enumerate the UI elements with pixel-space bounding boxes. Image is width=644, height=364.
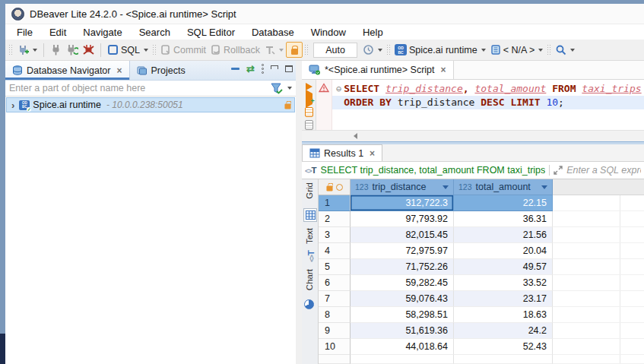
execute-script-icon[interactable]: [305, 107, 313, 117]
view-chart-label[interactable]: Chart: [305, 269, 314, 290]
title-bar[interactable]: DBeaver Lite 24.2.0 - <Spice.ai runtime>…: [5, 4, 644, 24]
expand-icon[interactable]: [554, 166, 563, 175]
row-number-cell[interactable]: 6: [319, 275, 351, 291]
transaction-log-button[interactable]: [262, 43, 286, 57]
column-header-total-amount[interactable]: 123 total_amount: [454, 179, 553, 195]
grid-data-row[interactable]: 8 58,298.51 18.63: [319, 307, 644, 323]
tab-results-1[interactable]: Results 1 ×: [302, 144, 382, 161]
trip-distance-cell[interactable]: 72,975.97: [351, 243, 454, 259]
grid-data-row[interactable]: 7 59,076.43 23.17: [319, 291, 644, 307]
menu-item[interactable]: SQL Editor: [179, 25, 243, 40]
row-number-cell[interactable]: 2: [319, 211, 351, 227]
chevron-down-icon[interactable]: [378, 49, 382, 52]
vertical-sash[interactable]: [296, 61, 302, 364]
total-amount-cell[interactable]: 24.2: [454, 323, 553, 339]
fold-icon[interactable]: ⊖: [336, 84, 341, 94]
expander-chevron-icon[interactable]: ›: [11, 100, 14, 110]
trip-distance-cell[interactable]: 51,619.36: [351, 323, 454, 339]
trip-distance-cell[interactable]: 59,282.45: [351, 275, 454, 291]
scroll-left-arrow-icon[interactable]: [354, 133, 357, 139]
tab-database-navigator[interactable]: Database Navigator ×: [5, 61, 130, 80]
chevron-down-icon[interactable]: [279, 49, 284, 52]
text-view-icon[interactable]: <>T: [306, 250, 316, 262]
close-icon[interactable]: ×: [441, 65, 446, 75]
trip-distance-cell[interactable]: 71,752.26: [351, 259, 454, 275]
total-amount-cell[interactable]: 52.43: [454, 339, 553, 355]
menu-item[interactable]: Window: [303, 25, 354, 40]
results-filter-bar[interactable]: <>T SELECT trip_distance, total_amount F…: [302, 162, 644, 179]
grid-corner-cell[interactable]: [319, 179, 351, 195]
menu-item[interactable]: Navigate: [75, 25, 130, 40]
maximize-panel-icon[interactable]: [285, 65, 293, 72]
tab-sql-script[interactable]: *<Spice.ai runtime> Script ×: [302, 61, 454, 79]
trip-distance-cell[interactable]: 97,793.92: [351, 211, 454, 227]
navigator-filter-input[interactable]: Enter a part of object name here: [5, 81, 296, 97]
total-amount-cell[interactable]: 49.57: [454, 259, 553, 275]
total-amount-cell[interactable]: 36.31: [454, 211, 553, 227]
filter-funnel-icon[interactable]: [271, 83, 283, 94]
chevron-down-icon[interactable]: [33, 49, 37, 52]
sort-icon[interactable]: [541, 185, 547, 189]
connection-lock-toggle[interactable]: [286, 42, 303, 58]
view-grid-label[interactable]: Grid: [305, 182, 314, 199]
row-number-cell[interactable]: 8: [319, 307, 351, 323]
script-icon[interactable]: [305, 120, 313, 130]
chevron-down-icon[interactable]: [144, 49, 148, 52]
editor-horizontal-scrollbar[interactable]: [302, 130, 644, 141]
grid-data-row[interactable]: 5 71,752.26 49.57: [319, 259, 644, 275]
disconnect-button[interactable]: [81, 43, 97, 57]
results-grid-table[interactable]: 123 trip_distance 123 total_amount 1 312…: [319, 179, 644, 364]
grid-view-button[interactable]: [303, 208, 317, 222]
minimize-panel-icon[interactable]: [271, 65, 278, 69]
menu-item[interactable]: Help: [354, 25, 392, 40]
execute-new-tab-icon[interactable]: +: [306, 93, 312, 104]
total-amount-cell[interactable]: 21.56: [454, 227, 553, 243]
row-number-cell[interactable]: 3: [319, 227, 351, 243]
active-connection-selector[interactable]: ODBC Spice.ai runtime: [392, 43, 488, 57]
menu-item[interactable]: Edit: [41, 25, 75, 40]
trip-distance-cell[interactable]: 312,722.3: [351, 195, 454, 211]
search-button[interactable]: [553, 43, 577, 57]
trip-distance-cell[interactable]: 58,298.51: [351, 307, 454, 323]
sort-icon[interactable]: [443, 185, 449, 189]
total-amount-cell[interactable]: 20.04: [454, 243, 553, 259]
grid-data-row[interactable]: 1 312,722.3 22.15: [319, 195, 644, 211]
chevron-down-icon[interactable]: [481, 49, 486, 52]
grid-data-row[interactable]: 2 97,793.92 36.31: [319, 211, 644, 227]
grid-data-row[interactable]: 6 59,282.45 33.52: [319, 275, 644, 291]
menu-item[interactable]: Search: [131, 25, 179, 40]
commit-mode-combo[interactable]: Auto: [313, 43, 357, 58]
transaction-history-button[interactable]: [360, 43, 385, 57]
total-amount-cell[interactable]: 22.15: [454, 195, 553, 211]
collapse-all-icon[interactable]: [231, 68, 240, 70]
chevron-down-icon[interactable]: [570, 49, 575, 52]
row-number-cell[interactable]: 5: [319, 259, 351, 275]
reconnect-button[interactable]: [64, 43, 81, 57]
close-icon[interactable]: ×: [116, 65, 122, 76]
row-number-cell[interactable]: 7: [319, 291, 351, 307]
active-schema-selector[interactable]: < N/A >: [488, 43, 546, 57]
grid-data-row[interactable]: 10 44,018.64 52.43: [319, 339, 644, 355]
row-number-cell[interactable]: 10: [319, 339, 351, 355]
row-number-cell[interactable]: 9: [319, 323, 351, 339]
sql-editor[interactable]: + ⊖SELECT trip_distance, total_amount FR…: [302, 80, 644, 130]
rollback-button[interactable]: Rollback: [208, 43, 262, 57]
tree-item-connection[interactable]: › ODBC✓ Spice.ai runtime - 10.0.0.238:50…: [6, 97, 295, 112]
close-icon[interactable]: ×: [370, 148, 375, 159]
trip-distance-cell[interactable]: 44,018.64: [351, 339, 454, 355]
grid-data-row[interactable]: 4 72,975.97 20.04: [319, 243, 644, 259]
trip-distance-cell[interactable]: 82,015.45: [351, 227, 454, 243]
total-amount-cell[interactable]: 18.63: [454, 307, 553, 323]
connect-button[interactable]: [48, 43, 64, 57]
grid-data-row[interactable]: 9 51,619.36 24.2: [319, 323, 644, 339]
link-with-editor-icon[interactable]: ⇄: [246, 64, 255, 74]
new-connection-button[interactable]: [14, 43, 40, 58]
sql-editor-button[interactable]: SQL: [105, 43, 151, 57]
row-number-cell[interactable]: 4: [319, 243, 351, 259]
view-text-label[interactable]: Text: [305, 228, 314, 244]
sql-code-area[interactable]: ⊖SELECT trip_distance, total_amount FROM…: [332, 80, 644, 130]
chevron-down-icon[interactable]: [538, 49, 543, 52]
tab-projects[interactable]: Projects: [130, 61, 192, 80]
total-amount-cell[interactable]: 33.52: [454, 275, 553, 291]
total-amount-cell[interactable]: 23.17: [454, 291, 553, 307]
